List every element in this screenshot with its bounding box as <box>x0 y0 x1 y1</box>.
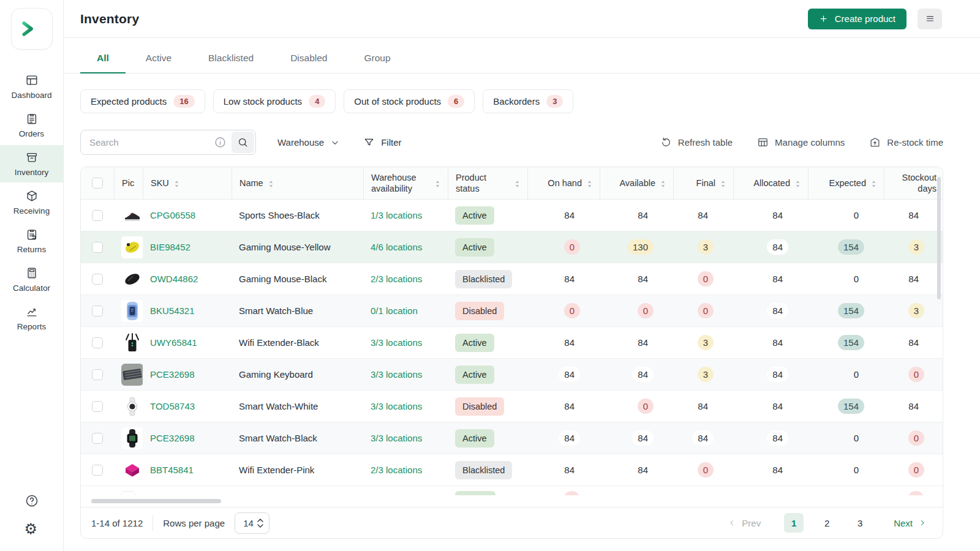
column-header-on_hand[interactable]: On hand <box>527 167 600 199</box>
column-header-final[interactable]: Final <box>673 167 733 199</box>
sidebar-item-returns[interactable]: Returns <box>0 222 63 260</box>
table-row[interactable]: OWD44862Gaming Mouse-Black2/3 locationsB… <box>81 263 943 295</box>
sort-icon[interactable] <box>660 179 666 187</box>
sidebar-item-dashboard[interactable]: Dashboard <box>0 68 63 105</box>
row-checkbox[interactable] <box>92 401 103 412</box>
table-row[interactable]: BBT45841Wifi Extender-Pink2/3 locationsB… <box>81 454 943 486</box>
chip-count-badge: 6 <box>448 95 464 108</box>
table-row[interactable]: UWY65841Wifi Extender-Black3/3 locations… <box>81 327 943 359</box>
sku-link[interactable]: OWD44862 <box>150 274 198 284</box>
sku-link[interactable]: BIE98452 <box>150 242 190 252</box>
table-row[interactable]: PCE32698Smart Watch-Black3/3 locationsAc… <box>81 422 943 454</box>
value-pill: 3 <box>698 335 714 350</box>
availability-link[interactable]: 3/3 locations <box>371 369 422 380</box>
tab-group[interactable]: Group <box>347 53 407 73</box>
row-checkbox[interactable] <box>92 433 103 444</box>
row-checkbox[interactable] <box>92 210 103 221</box>
row-checkbox[interactable] <box>92 465 103 476</box>
availability-link[interactable]: 2/3 locations <box>371 274 422 284</box>
column-header-name[interactable]: Name <box>232 167 363 199</box>
prev-page-button[interactable]: Prev <box>728 518 761 528</box>
table-vertical-scrollbar[interactable] <box>937 177 941 299</box>
column-header-sku[interactable]: SKU <box>143 167 232 199</box>
sidebar-item-label: Inventory <box>15 168 49 177</box>
availability-link[interactable]: 3/3 locations <box>371 401 422 411</box>
sku-link[interactable]: TOD58743 <box>150 401 195 411</box>
sort-icon[interactable] <box>268 179 274 187</box>
row-checkbox[interactable] <box>92 274 103 285</box>
column-header-available[interactable]: Available <box>600 167 673 199</box>
sku-link[interactable]: PCE32698 <box>150 369 195 380</box>
sidebar-item-inventory[interactable]: Inventory <box>0 145 63 182</box>
filter-button[interactable]: Filter <box>363 137 401 148</box>
settings-gear-icon[interactable]: ⚙ <box>24 522 39 536</box>
chip-low-stock-products[interactable]: Low stock products4 <box>213 89 336 113</box>
column-header-expected[interactable]: Expected <box>808 167 884 199</box>
tab-blacklisted[interactable]: Blacklisted <box>192 53 270 73</box>
sort-icon[interactable] <box>514 179 520 187</box>
refresh-table-label: Refresh table <box>678 137 733 148</box>
page-button-3[interactable]: 3 <box>850 513 870 533</box>
sidebar-item-calculator[interactable]: Calculator <box>0 261 63 298</box>
table-horizontal-scrollbar[interactable] <box>91 499 221 503</box>
table-row[interactable]: BKU54321Smart Watch-Blue0/1 locationDisa… <box>81 295 943 327</box>
table-row[interactable]: BIE98452Gaming Mouse-Yellow4/6 locations… <box>81 231 943 263</box>
availability-link[interactable]: 4/6 locations <box>371 242 422 252</box>
sidebar-item-reports[interactable]: Reports <box>0 299 63 337</box>
tab-all[interactable]: All <box>80 53 126 73</box>
help-icon[interactable] <box>24 493 39 508</box>
restock-time-button[interactable]: Re-stock time <box>869 137 943 148</box>
sort-icon[interactable] <box>720 179 726 187</box>
sku-link[interactable]: BKU54321 <box>150 305 195 316</box>
warehouse-dropdown[interactable]: Warehouse <box>277 137 340 148</box>
availability-link[interactable]: 2/3 locations <box>371 465 422 475</box>
app-logo[interactable] <box>11 8 53 50</box>
row-checkbox[interactable] <box>92 337 103 348</box>
rows-per-page-stepper[interactable]: 14 <box>235 512 270 534</box>
create-product-button[interactable]: Create product <box>808 9 907 29</box>
sku-link[interactable]: UWY65841 <box>150 337 197 348</box>
chip-backorders[interactable]: Backorders3 <box>483 89 573 113</box>
sort-icon[interactable] <box>174 179 179 187</box>
sku-link[interactable]: BBT45841 <box>150 465 194 475</box>
select-all-checkbox[interactable] <box>92 178 103 189</box>
table-row[interactable]: CPG06558Sports Shoes-Black1/3 locationsA… <box>81 200 943 231</box>
orders-icon <box>25 112 39 126</box>
sku-link[interactable]: PCE32698 <box>150 433 195 443</box>
sidebar-item-orders[interactable]: Orders <box>0 107 63 144</box>
availability-link[interactable]: 0/1 location <box>371 305 418 316</box>
sort-icon[interactable] <box>795 179 801 187</box>
page-button-1[interactable]: 1 <box>784 513 804 533</box>
menu-button[interactable] <box>918 9 942 29</box>
manage-columns-button[interactable]: Manage columns <box>757 137 845 148</box>
chip-out-of-stock-products[interactable]: Out of stock products6 <box>344 89 475 113</box>
sort-icon[interactable] <box>587 179 592 187</box>
sidebar-item-receiving[interactable]: Receiving <box>0 184 63 221</box>
column-header-status[interactable]: Product status <box>448 167 527 199</box>
row-checkbox[interactable] <box>92 369 103 380</box>
column-header-availability[interactable]: Warehouse availability <box>363 167 448 199</box>
availability-link[interactable]: 3/3 locations <box>371 433 422 443</box>
info-icon[interactable] <box>214 136 227 149</box>
availability-link[interactable]: 3/3 locations <box>371 337 422 348</box>
tab-disabled[interactable]: Disabled <box>274 53 344 73</box>
main-content: Inventory Create product AllActiveBlackl… <box>64 0 980 551</box>
refresh-table-button[interactable]: Refresh table <box>660 137 733 148</box>
chip-expected-products[interactable]: Expected products16 <box>80 89 205 113</box>
stepper-arrows-icon[interactable] <box>257 519 263 528</box>
row-checkbox[interactable] <box>92 305 103 317</box>
availability-link[interactable]: 1/3 locations <box>371 210 422 220</box>
sku-link[interactable]: CPG06558 <box>150 210 195 220</box>
page-numbers: 123 <box>784 513 870 533</box>
tab-active[interactable]: Active <box>129 53 188 73</box>
column-header-allocated[interactable]: Allocated <box>733 167 808 199</box>
page-button-2[interactable]: 2 <box>817 513 837 533</box>
search-button[interactable] <box>232 132 254 153</box>
next-page-button[interactable]: Next <box>894 518 927 528</box>
sort-icon[interactable] <box>871 179 876 187</box>
row-checkbox[interactable] <box>92 242 103 253</box>
search-input[interactable] <box>80 130 256 155</box>
table-row[interactable]: PCE32698Gaming Keyboard3/3 locationsActi… <box>81 359 943 391</box>
table-row[interactable]: TOD58743Smart Watch-White3/3 locationsDi… <box>81 391 943 422</box>
sort-icon[interactable] <box>435 179 440 187</box>
